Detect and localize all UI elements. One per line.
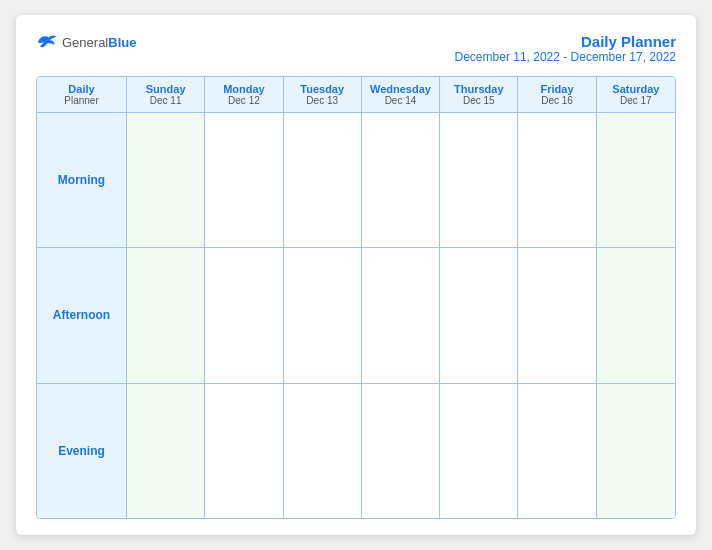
evening-tuesday[interactable] — [284, 384, 362, 518]
header-monday: Monday Dec 12 — [205, 77, 283, 112]
evening-row: Evening — [37, 384, 675, 518]
tuesday-name: Tuesday — [288, 83, 357, 95]
header-sunday: Sunday Dec 11 — [127, 77, 205, 112]
planner-title: Daily Planner — [455, 33, 676, 50]
afternoon-wednesday[interactable] — [362, 248, 440, 382]
header-wednesday: Wednesday Dec 14 — [362, 77, 440, 112]
afternoon-tuesday[interactable] — [284, 248, 362, 382]
logo-bird-icon — [36, 33, 58, 51]
top-header: GeneralBlue Daily Planner December 11, 2… — [36, 33, 676, 64]
morning-label: Morning — [37, 113, 127, 247]
thursday-date: Dec 15 — [444, 95, 513, 106]
monday-date: Dec 12 — [209, 95, 278, 106]
header-label-line2: Planner — [64, 95, 98, 106]
header-label-cell: Daily Planner — [37, 77, 127, 112]
wednesday-name: Wednesday — [366, 83, 435, 95]
afternoon-saturday[interactable] — [597, 248, 675, 382]
morning-row: Morning — [37, 113, 675, 248]
evening-friday[interactable] — [518, 384, 596, 518]
header-saturday: Saturday Dec 17 — [597, 77, 675, 112]
afternoon-thursday[interactable] — [440, 248, 518, 382]
evening-wednesday[interactable] — [362, 384, 440, 518]
evening-monday[interactable] — [205, 384, 283, 518]
header-thursday: Thursday Dec 15 — [440, 77, 518, 112]
planner-page: GeneralBlue Daily Planner December 11, 2… — [16, 15, 696, 535]
morning-sunday[interactable] — [127, 113, 205, 247]
afternoon-friday[interactable] — [518, 248, 596, 382]
evening-thursday[interactable] — [440, 384, 518, 518]
afternoon-row: Afternoon — [37, 248, 675, 383]
logo-area: GeneralBlue — [36, 33, 136, 51]
morning-saturday[interactable] — [597, 113, 675, 247]
sunday-name: Sunday — [131, 83, 200, 95]
tuesday-date: Dec 13 — [288, 95, 357, 106]
logo-text: GeneralBlue — [62, 33, 136, 51]
header-label-line1: Daily — [68, 83, 94, 95]
sunday-date: Dec 11 — [131, 95, 200, 106]
title-area: Daily Planner December 11, 2022 - Decemb… — [455, 33, 676, 64]
header-row: Daily Planner Sunday Dec 11 Monday Dec 1… — [37, 77, 675, 113]
body-rows: Morning Afternoon — [37, 113, 675, 518]
evening-sunday[interactable] — [127, 384, 205, 518]
afternoon-label: Afternoon — [37, 248, 127, 382]
header-friday: Friday Dec 16 — [518, 77, 596, 112]
afternoon-monday[interactable] — [205, 248, 283, 382]
morning-tuesday[interactable] — [284, 113, 362, 247]
header-tuesday: Tuesday Dec 13 — [284, 77, 362, 112]
monday-name: Monday — [209, 83, 278, 95]
calendar-table: Daily Planner Sunday Dec 11 Monday Dec 1… — [36, 76, 676, 519]
evening-saturday[interactable] — [597, 384, 675, 518]
friday-name: Friday — [522, 83, 591, 95]
saturday-date: Dec 17 — [601, 95, 671, 106]
evening-label: Evening — [37, 384, 127, 518]
saturday-name: Saturday — [601, 83, 671, 95]
afternoon-sunday[interactable] — [127, 248, 205, 382]
morning-monday[interactable] — [205, 113, 283, 247]
logo-blue: Blue — [108, 35, 136, 50]
thursday-name: Thursday — [444, 83, 513, 95]
morning-wednesday[interactable] — [362, 113, 440, 247]
morning-friday[interactable] — [518, 113, 596, 247]
morning-thursday[interactable] — [440, 113, 518, 247]
planner-subtitle: December 11, 2022 - December 17, 2022 — [455, 50, 676, 64]
friday-date: Dec 16 — [522, 95, 591, 106]
wednesday-date: Dec 14 — [366, 95, 435, 106]
logo-general: General — [62, 35, 108, 50]
